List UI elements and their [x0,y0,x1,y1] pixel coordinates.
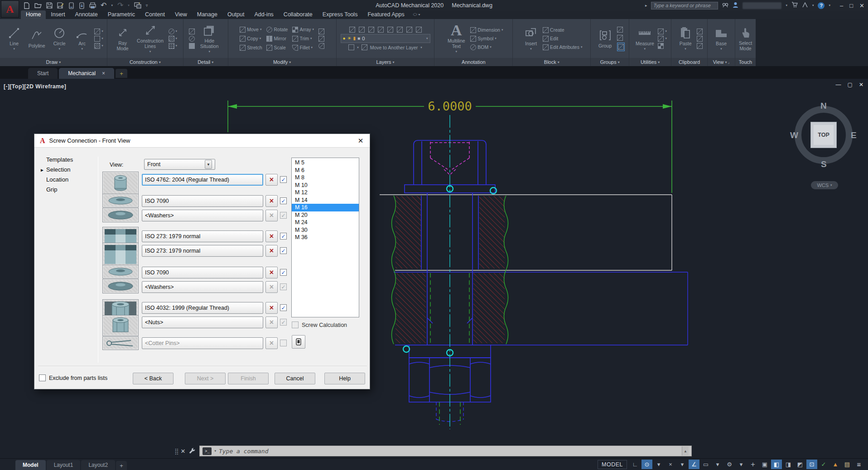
panel-label-clipboard[interactable]: Clipboard [671,58,707,66]
viewcube-top-face[interactable]: TOP [810,122,837,148]
copy-clip-button[interactable] [697,36,703,42]
tab-collaborate[interactable]: Collaborate [279,10,318,19]
sign-in-icon[interactable] [733,2,738,10]
fillet-button[interactable]: Fillet▾ [292,45,314,51]
panel-label-view[interactable]: View▾ ⌟ [708,58,735,66]
explode-button[interactable] [318,36,324,42]
drawing-restore-icon[interactable]: ▢ [848,82,853,88]
rotate-button[interactable]: Rotate [266,27,288,33]
open-from-mobile-icon[interactable] [79,2,85,9]
group-edit-button[interactable] [617,34,623,41]
save-icon[interactable] [46,2,53,9]
washers-slot-field[interactable]: <Washers> [142,210,263,221]
measure-button[interactable]: Measure▾ [633,26,656,51]
back-button[interactable]: < Back [133,373,174,384]
paste-button[interactable]: Paste▾ [676,26,695,51]
layout2-tab[interactable]: Layout2 [81,460,115,470]
customization-menu-icon[interactable]: ≡ [854,460,864,469]
tab-featured-apps[interactable]: Featured Apps [362,10,409,19]
hole-bottom-thumbnail[interactable] [102,243,139,266]
workspace-icon[interactable] [134,2,141,9]
panel-label-annotation[interactable]: Annotation [434,58,512,66]
sheet-button[interactable] [189,43,195,49]
nut-standard-field[interactable]: ISO 4032: 1999 (Regular Thread) [142,302,263,314]
dimension-button[interactable]: Dimension▾ [470,27,503,33]
hide-situation-button[interactable]: Hide Situation▾ [197,24,222,53]
panel-label-groups[interactable]: Groups▾ [591,58,629,66]
nuts-slot-thumbnail[interactable] [102,315,139,336]
tab-express-tools[interactable]: Express Tools [318,10,363,19]
snap-settings-gear-icon[interactable]: ⚙ [724,460,735,469]
tab-home[interactable]: Home [21,10,46,19]
hole-top-standard-field[interactable]: ISO 273: 1979 normal [142,230,263,242]
panel-label-block[interactable]: Block▾ [513,58,590,66]
plot-icon[interactable] [89,2,96,9]
command-line-palette[interactable]: ⣿ ✕ >_ ▾ Type a command ▲ [174,445,692,457]
maximize-button[interactable]: □ [849,2,853,9]
file-tab-mechanical[interactable]: Mechanical× [59,68,114,79]
new-layout-button[interactable]: + [116,461,127,470]
autodesk-dropdown-icon[interactable]: ▾ [812,4,814,7]
isolate-objects-toggle[interactable]: ▲ [830,460,841,469]
tab-output[interactable]: Output [222,10,250,19]
tab-view[interactable]: View [170,10,192,19]
viewcube-south[interactable]: S [821,159,827,169]
panel-label-draw[interactable]: Draw▾ [0,58,107,66]
panel-label-construction[interactable]: Construction▾ [107,58,183,66]
array-button[interactable]: Array▾ [292,27,314,33]
annotation-scale-toggle[interactable]: ◨ [783,460,794,469]
move-to-layer-icon[interactable] [362,44,367,50]
cancel-button[interactable]: Cancel [275,373,315,384]
polar-tracking-toggle[interactable]: ∠ [689,460,699,469]
app-store-cart-icon[interactable] [791,2,798,9]
layer-color-swatch[interactable]: ■ [357,36,360,41]
application-menu-button[interactable]: A [1,0,19,18]
nav-templates[interactable]: Templates [46,156,73,163]
hatch-tools-button[interactable]: ▾ [94,43,103,49]
undo-dropdown-icon[interactable]: ▾ [111,4,113,7]
save-as-icon[interactable] [57,2,64,9]
close-button[interactable]: ✕ [859,2,864,9]
user-dropdown-icon[interactable]: ▾ [786,4,787,7]
tab-insert[interactable]: Insert [46,10,70,19]
hole-top-remove-button[interactable]: × [265,230,278,242]
infer-constraints-toggle[interactable]: × [665,460,676,469]
size-option[interactable]: M 24 [292,219,359,226]
file-tab-start[interactable]: Start [28,68,58,79]
help-button[interactable]: Help [324,373,365,384]
copy-button[interactable]: Copy▾ [240,36,262,42]
exclude-parts-checkbox[interactable]: ✓ [39,374,46,381]
screw-head-thumbnail[interactable] [102,172,139,195]
trim-button[interactable]: Trim▾ [292,36,314,42]
washer-bottom-checkbox[interactable]: ✓ [280,269,287,276]
stretch-button[interactable]: Stretch [240,45,262,51]
layer-thaw-icon[interactable]: ☀ [347,36,352,41]
search-icon[interactable] [722,2,728,9]
panel-label-modify[interactable]: Modify▾ [228,58,336,66]
size-option[interactable]: M 8 [292,174,359,182]
wcs-selector[interactable]: WCS▾ [811,181,838,189]
line-button[interactable]: Line▾ [4,26,24,51]
layout1-tab[interactable]: Layout1 [47,460,81,470]
nav-selection[interactable]: Selection [46,166,70,173]
layer-isolate-icon[interactable] [368,27,374,33]
screw-checkbox[interactable]: ✓ [280,176,287,183]
mirror-button[interactable]: Mirror [266,36,288,42]
scale-area-button[interactable] [189,29,195,34]
layer-freeze-icon[interactable] [387,27,393,33]
construction-lines-button[interactable]: Construction Lines▾ [134,24,167,53]
help-dropdown-icon[interactable]: ▾ [829,4,830,7]
tab-manage[interactable]: Manage [192,10,222,19]
infer-dropdown-icon[interactable]: ▾ [677,460,688,469]
viewcube-west[interactable]: W [790,130,798,140]
edit-block-button[interactable]: Edit [543,36,558,42]
layer-dropdown[interactable]: ● ☀ ▮ ■ 0 ▾ [341,34,430,43]
panel-label-detail[interactable]: Detail▾ [183,58,228,66]
layer-states-icon[interactable] [359,27,365,33]
washers-slot2-thumbnail[interactable] [102,279,139,293]
graphics-performance-toggle[interactable]: ✓ [818,460,829,469]
gear-dropdown-icon[interactable]: ▾ [736,460,747,469]
bom-button[interactable]: BOM▾ [470,44,491,50]
size-option[interactable]: M 10 [292,182,359,189]
size-option[interactable]: M 6 [292,167,359,174]
